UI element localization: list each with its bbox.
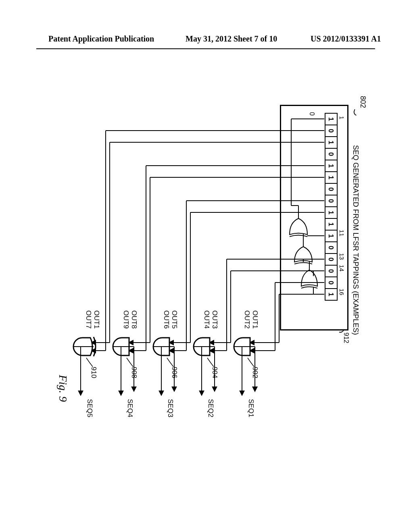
- seq-label: SEQ5: [86, 399, 94, 417]
- gate-ref: 908: [130, 367, 138, 378]
- figure-9: SEQ GENERATED FROM LFSR TAPPINGS (EXAMPL…: [53, 85, 360, 447]
- out-label: OUT9: [122, 310, 130, 328]
- header-left: Patent Application Publication: [48, 34, 154, 44]
- figure-label: Fig. 9: [56, 375, 69, 402]
- gate-ref: 910: [90, 367, 98, 378]
- ref-802: 802: [359, 96, 367, 108]
- seq-label: SEQ2: [206, 399, 215, 417]
- out-label: OUT8: [130, 310, 138, 328]
- gate-ref: 902: [251, 367, 259, 378]
- out-label: OUT1: [92, 310, 100, 328]
- gate-ref: 906: [170, 367, 178, 378]
- wiring: [53, 85, 360, 447]
- seq-label: SEQ4: [126, 399, 134, 417]
- seq-label: SEQ1: [247, 399, 255, 417]
- out-label: OUT6: [162, 310, 170, 328]
- out-label: OUT7: [84, 310, 92, 328]
- header-rule: [36, 48, 375, 49]
- out-label: OUT3: [211, 310, 219, 328]
- header-right: US 2012/0133391 A1: [311, 34, 381, 44]
- seq-label: SEQ3: [166, 399, 174, 417]
- out-label: OUT2: [243, 310, 251, 328]
- gate-ref: 904: [211, 367, 219, 378]
- out-label: OUT5: [170, 310, 178, 328]
- out-label: OUT1: [251, 310, 259, 328]
- out-label: OUT4: [202, 310, 211, 328]
- header-mid: May 31, 2012 Sheet 7 of 10: [186, 34, 277, 44]
